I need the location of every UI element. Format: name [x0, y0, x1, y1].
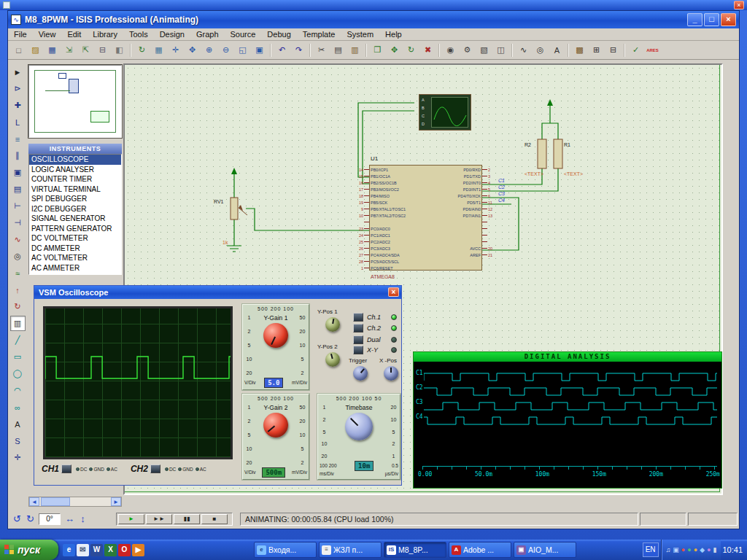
open-design-icon[interactable]: ▨ — [28, 43, 43, 58]
mcu-atmega8[interactable]: U1 ATMEGA8 14PB0/ICP1 15PB1/OC1A 16PB2/S… — [369, 165, 482, 271]
zoom-all-icon[interactable]: ▣ — [252, 43, 267, 58]
instrument-list-item[interactable]: OSCILLOSCOPE — [29, 155, 121, 165]
menu-item[interactable]: Debug — [261, 29, 296, 39]
current-probe-mode-icon[interactable]: ↻ — [10, 299, 26, 314]
component-mode-icon[interactable]: ⊳ — [10, 81, 26, 96]
object-selector-scrollbar[interactable]: ◄ ► — [28, 497, 122, 507]
wire-autorouter-icon[interactable]: ∿ — [516, 43, 531, 58]
pan-icon[interactable]: ✥ — [185, 43, 200, 58]
zoom-area-icon[interactable]: ◱ — [235, 43, 250, 58]
electrical-check-icon[interactable]: ✓ — [628, 43, 643, 58]
menu-item[interactable]: Design — [154, 29, 190, 39]
junction-mode-icon[interactable]: ✚ — [10, 98, 26, 113]
instrument-list-item[interactable]: AC VOLTMETER — [29, 253, 121, 263]
tray-scheduler-icon[interactable]: ● — [707, 546, 711, 553]
2d-symbol-mode-icon[interactable]: S — [10, 433, 26, 448]
step-button[interactable]: ►► — [146, 514, 172, 524]
x-pos-knob[interactable] — [384, 366, 398, 381]
coupling-option[interactable]: DC — [76, 467, 87, 472]
net-label[interactable]: C4 — [498, 198, 505, 203]
2d-arc-mode-icon[interactable]: ◠ — [10, 383, 26, 398]
pot-value[interactable]: 1k — [222, 240, 228, 245]
pick-parts-icon[interactable]: ◉ — [443, 43, 458, 58]
pot-reference[interactable]: RV1 — [214, 199, 224, 204]
stop-button[interactable]: ■ — [201, 514, 228, 524]
ch1-select-button[interactable] — [353, 313, 363, 322]
menu-item[interactable]: File — [8, 29, 33, 39]
terminal-mode-icon[interactable]: ⊢ — [10, 198, 26, 214]
instrument-list-item[interactable]: SIGNAL GENERATOR — [29, 214, 121, 224]
coupling-option[interactable]: AC — [196, 467, 206, 472]
overview-panel[interactable] — [28, 65, 122, 138]
block-delete-icon[interactable]: ✖ — [420, 43, 436, 58]
graph-mode-icon[interactable]: ∿ — [10, 232, 26, 247]
taskbar-task[interactable]: e Входя... — [254, 542, 317, 558]
language-indicator[interactable]: EN — [643, 542, 659, 557]
block-copy-icon[interactable]: ❒ — [370, 43, 385, 58]
resistor-r2-value[interactable]: <TEXT> — [525, 171, 543, 176]
pin-mode-icon[interactable]: ⊣ — [10, 215, 26, 230]
ch1-coupling-button[interactable] — [61, 464, 71, 473]
start-button[interactable]: пуск — [0, 540, 58, 560]
tray-usb-icon[interactable]: ▮ — [713, 546, 717, 553]
quick-launch-opera-icon[interactable]: O — [118, 544, 131, 556]
coupling-option[interactable]: DC — [165, 467, 176, 472]
quick-launch-excel-icon[interactable]: X — [104, 544, 117, 556]
block-move-icon[interactable]: ✥ — [387, 43, 402, 58]
save-design-icon[interactable]: ▦ — [44, 43, 60, 58]
toolbar-separator[interactable] — [270, 44, 271, 57]
toolbar-separator[interactable] — [438, 44, 440, 57]
device-mode-icon[interactable]: ▤ — [10, 182, 26, 197]
toolbar-separator[interactable] — [365, 44, 367, 57]
tray-display-icon[interactable]: ◆ — [700, 546, 705, 553]
menu-item[interactable]: Graph — [190, 29, 225, 39]
scroll-left-arrow[interactable]: ◄ — [29, 497, 39, 506]
toggle-grid-icon[interactable]: ▦ — [151, 43, 166, 58]
titlebar[interactable]: ∿ M8_8PWM - ISIS Professional (Animating… — [8, 11, 739, 28]
make-device-icon[interactable]: ⚙ — [460, 43, 475, 58]
toolbar-separator[interactable] — [130, 44, 131, 57]
subcircuit-mode-icon[interactable]: ▣ — [10, 165, 26, 180]
coupling-option[interactable]: GND — [89, 467, 104, 472]
quick-launch-word-icon[interactable]: W — [90, 544, 103, 556]
2d-circle-mode-icon[interactable]: ◯ — [10, 366, 26, 381]
cut-icon[interactable]: ✂ — [314, 43, 329, 58]
y-gain1-knob[interactable] — [263, 323, 288, 348]
background-window-close-button[interactable]: × — [734, 1, 744, 9]
print-icon[interactable]: ⊟ — [95, 43, 110, 58]
maximize-button[interactable]: □ — [704, 13, 719, 26]
net-label[interactable]: C2 — [498, 184, 505, 190]
voltage-probe-mode-icon[interactable]: ↑ — [10, 282, 26, 298]
menu-item[interactable]: View — [33, 29, 62, 39]
y-pos1-knob[interactable] — [325, 317, 340, 332]
quick-launch-mail-icon[interactable]: ✉ — [77, 544, 89, 556]
net-label[interactable]: C1 — [498, 178, 505, 183]
tray-network-icon[interactable]: ▣ — [673, 546, 679, 553]
instrument-list-item[interactable]: COUNTER TIMER — [29, 174, 121, 184]
zoom-in-icon[interactable]: ⊕ — [201, 43, 217, 58]
mirror-vertical-icon[interactable]: ↕ — [77, 513, 89, 525]
rotate-clockwise-icon[interactable]: ↻ — [24, 513, 36, 525]
timebase-knob[interactable] — [345, 413, 373, 440]
netlist-ares-icon[interactable]: ARES — [645, 43, 660, 58]
2d-box-mode-icon[interactable]: ▭ — [10, 349, 26, 365]
packaging-tool-icon[interactable]: ▧ — [476, 43, 492, 58]
import-section-icon[interactable]: ⇲ — [61, 43, 77, 58]
rotate-anticlockwise-icon[interactable]: ↺ — [11, 513, 23, 525]
tape-mode-icon[interactable]: ◎ — [10, 249, 26, 264]
menu-item[interactable]: Help — [379, 29, 408, 39]
digital-analysis-titlebar[interactable]: DIGITAL ANALYSIS — [414, 352, 721, 362]
play-button[interactable]: ► — [118, 514, 144, 524]
coupling-option[interactable]: GND — [178, 467, 193, 472]
instrument-list-item[interactable]: I2C DEBUGGER — [29, 204, 121, 214]
toolbar-separator[interactable] — [624, 44, 625, 57]
scroll-right-arrow[interactable]: ► — [111, 497, 121, 506]
resistor-r2-reference[interactable]: R2 — [525, 142, 531, 147]
redo-icon[interactable]: ↷ — [291, 43, 306, 58]
export-section-icon[interactable]: ⇱ — [78, 43, 93, 58]
instrument-list-item[interactable]: VIRTUAL TERMINAL — [29, 184, 121, 195]
property-assignment-icon[interactable]: A — [549, 43, 565, 58]
script-mode-icon[interactable]: ≡ — [10, 131, 26, 147]
resistor-r1-value[interactable]: <TEXT> — [564, 171, 583, 176]
tray-messenger-icon[interactable]: ● — [687, 546, 691, 553]
